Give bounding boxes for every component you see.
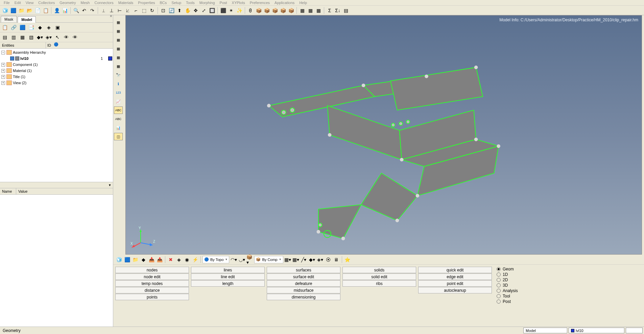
menu-connectors[interactable]: Connectors xyxy=(92,1,116,5)
btn-edge-edit[interactable]: edge edit xyxy=(418,273,492,280)
bt-icon-17[interactable]: ◆▾ xyxy=(308,256,316,263)
eye1-icon[interactable]: 👁 xyxy=(63,33,70,41)
tb-icon-1[interactable]: 🧊 xyxy=(1,7,9,14)
btn-length[interactable]: length xyxy=(191,280,265,287)
tb-icon-4[interactable]: 📂 xyxy=(26,7,33,14)
color-swatch[interactable] xyxy=(108,56,112,61)
binoculars-icon[interactable]: 🔭 xyxy=(114,71,123,79)
info-icon[interactable]: ℹ xyxy=(114,80,123,88)
menu-morphing[interactable]: Morphing xyxy=(197,1,217,5)
panel-dropdown[interactable]: ▾ xyxy=(0,182,113,188)
status-comp[interactable]: lvl10 xyxy=(569,328,624,333)
menu-collectors[interactable]: Collectors xyxy=(36,1,57,5)
move-icon[interactable]: ✥ xyxy=(192,7,199,14)
axis-icon-1[interactable]: ⟂ xyxy=(100,7,107,14)
tree-title[interactable]: + Title (1) xyxy=(1,74,112,80)
st-icon-3[interactable]: ▦ xyxy=(114,36,123,44)
btn-line-edit[interactable]: line edit xyxy=(191,273,265,280)
st-icon-6[interactable]: ▦ xyxy=(114,63,123,70)
menu-help[interactable]: Help xyxy=(297,1,309,5)
pt2-icon-2[interactable]: ▥ xyxy=(10,33,17,41)
btn-solid-edit[interactable]: solid edit xyxy=(342,273,416,280)
eye2-icon[interactable]: 👁 xyxy=(71,33,79,41)
tree-item-lvl10[interactable]: lvl10 1 xyxy=(1,55,112,62)
zoom-icon[interactable]: 🔍 xyxy=(72,7,80,14)
box3-icon[interactable]: 📦 xyxy=(271,7,279,14)
grid3-icon[interactable]: ▦ xyxy=(315,7,322,14)
btn-node-edit[interactable]: node edit xyxy=(115,273,189,280)
3d-viewport[interactable]: Model Info: C:/Users/Administrator/Deskt… xyxy=(125,15,642,255)
pt-icon-6[interactable]: ◈ xyxy=(45,24,52,31)
bt-icon-18[interactable]: ◈▾ xyxy=(316,256,324,263)
box5-icon[interactable]: 📦 xyxy=(287,7,295,14)
menu-properties[interactable]: Properties xyxy=(136,1,157,5)
st-icon-5[interactable]: ▦ xyxy=(114,54,123,61)
radio-3d[interactable]: 3D xyxy=(497,283,518,288)
tb-icon-3[interactable]: 📁 xyxy=(18,7,25,14)
tb-icon-7[interactable]: 👤 xyxy=(53,7,61,14)
tree-view[interactable]: + View (2) xyxy=(1,80,112,86)
btn-ribs[interactable]: ribs xyxy=(342,280,416,287)
btn-autocleanup[interactable]: autocleanup xyxy=(418,287,492,293)
pt2-icon-1[interactable]: ▤ xyxy=(1,33,8,41)
bt-icon-1[interactable]: 🧊 xyxy=(115,256,123,263)
bt-icon-2[interactable]: 🟦 xyxy=(123,256,131,263)
delete-icon[interactable]: ✖ xyxy=(167,256,174,263)
btn-distance[interactable]: distance xyxy=(115,287,189,293)
sigma-icon[interactable]: Σ xyxy=(326,7,333,14)
graph-icon[interactable]: 📈 xyxy=(114,98,123,105)
tree-component[interactable]: + Component (1) xyxy=(1,62,112,68)
axis-icon-4[interactable]: ⟀ xyxy=(124,7,132,14)
btn-dimensioning[interactable]: dimensioning xyxy=(267,294,340,300)
btn-midsurface[interactable]: midsurface xyxy=(267,287,340,293)
toggle-icon[interactable]: + xyxy=(1,75,5,79)
pt-icon-5[interactable]: ◆ xyxy=(36,24,44,31)
bt-icon-15[interactable]: ▦▾ xyxy=(292,256,300,263)
btn-surface-edit[interactable]: surface edit xyxy=(267,273,340,280)
pt2-icon-5[interactable]: ◆▾ xyxy=(36,33,44,41)
select-icon[interactable]: ⬛ xyxy=(219,7,227,14)
cylinder-icon[interactable]: 🛢 xyxy=(247,7,254,14)
btn-temp-nodes[interactable]: temp nodes xyxy=(115,280,189,287)
menu-edit[interactable]: Edit xyxy=(12,1,23,5)
menu-preferences[interactable]: Preferences xyxy=(247,1,272,5)
abc-icon[interactable]: ABC xyxy=(114,106,123,114)
btn-surfaces[interactable]: surfaces xyxy=(267,267,340,273)
wand-icon[interactable]: ✨ xyxy=(236,7,243,14)
abc2-icon[interactable]: ABC xyxy=(114,115,123,123)
zoom-window-icon[interactable]: 🔲 xyxy=(208,7,216,14)
snap-icon[interactable]: ✴ xyxy=(228,7,235,14)
tree-root[interactable]: − Assembly Hierarchy xyxy=(1,49,112,55)
star-icon[interactable]: ⭐ xyxy=(344,256,351,263)
chart-icon[interactable]: 📊 xyxy=(114,124,123,132)
radio-post[interactable]: Post xyxy=(497,299,518,304)
btn-defeature[interactable]: defeature xyxy=(267,280,340,287)
pt-icon-4[interactable]: 📑 xyxy=(27,24,35,31)
menu-file[interactable]: File xyxy=(1,1,12,5)
toggle-icon[interactable]: − xyxy=(1,51,5,54)
tb-icon-6[interactable]: 📋 xyxy=(42,7,49,14)
pt-icon-1[interactable]: 📋 xyxy=(1,24,8,31)
bt-icon-3[interactable]: 📁 xyxy=(132,256,139,263)
st-icon-4[interactable]: ▦ xyxy=(114,45,123,52)
btn-quick-edit[interactable]: quick edit xyxy=(418,267,492,273)
menu-view[interactable]: View xyxy=(23,1,36,5)
pt-icon-7[interactable]: ▣ xyxy=(54,24,61,31)
section-icon[interactable]: ◫ xyxy=(114,133,123,140)
toggle-icon[interactable]: + xyxy=(1,63,5,67)
menu-mesh[interactable]: Mesh xyxy=(78,1,92,5)
close-panel-icon[interactable]: × xyxy=(110,14,112,19)
grid1-icon[interactable]: ▦ xyxy=(299,7,306,14)
tb-icon-5[interactable]: 📄 xyxy=(34,7,41,14)
fit-icon[interactable]: ⊡ xyxy=(160,7,167,14)
pt2-icon-3[interactable]: ▦ xyxy=(19,33,26,41)
sigma2-icon[interactable]: Σ↓ xyxy=(334,7,341,14)
menu-bcs[interactable]: BCs xyxy=(158,1,169,5)
menu-xyplots[interactable]: XYPlots xyxy=(230,1,247,5)
menu-setup[interactable]: Setup xyxy=(169,1,184,5)
pan-up-icon[interactable]: ⬆ xyxy=(176,7,183,14)
btn-nodes[interactable]: nodes xyxy=(115,267,189,273)
tab-mask[interactable]: Mask xyxy=(1,16,17,22)
bt-icon-13[interactable]: 📦▾ xyxy=(246,256,254,263)
radio-1d[interactable]: 1D xyxy=(497,272,518,277)
